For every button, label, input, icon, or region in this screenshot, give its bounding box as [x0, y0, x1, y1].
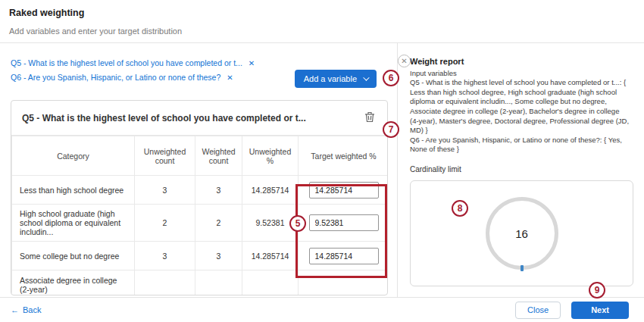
target-weighted-input[interactable]	[309, 182, 379, 199]
trash-icon	[364, 111, 375, 123]
variable-chip-label[interactable]: Q5 - What is the highest level of school…	[11, 58, 242, 67]
table-row: High school graduate (high school diplom…	[12, 205, 389, 242]
main-area: Q5 - What is the highest level of school…	[0, 43, 644, 297]
input-variables-label: Input variables	[410, 69, 633, 77]
add-variable-label: Add a variable	[304, 74, 357, 83]
variable-chip: Q5 - What is the highest level of school…	[11, 58, 385, 67]
back-arrow-icon: ←	[11, 305, 19, 314]
chevron-down-icon	[363, 74, 369, 80]
variable-chip-label[interactable]: Q6 - Are you Spanish, Hispanic, or Latin…	[11, 73, 220, 82]
table-header-row: CategoryUnweighted countWeighted countUn…	[12, 136, 389, 176]
weighted-count-cell	[195, 270, 242, 296]
table-card-title: Q5 - What is the highest level of school…	[22, 113, 306, 123]
weighting-panel: Q5 - What is the highest level of school…	[0, 43, 397, 297]
weight-report-title: Weight report	[410, 57, 633, 66]
close-icon[interactable]: ✕	[398, 55, 411, 67]
cardinality-card: 16	[410, 180, 633, 286]
weight-report-panel: Weight report Input variables Q5 - What …	[397, 43, 644, 297]
remove-variable-icon[interactable]: ✕	[227, 73, 233, 82]
table-row: Less than high school degree3314.285714	[12, 176, 389, 205]
table-body: Less than high school degree3314.285714H…	[12, 176, 389, 296]
delete-variable-button[interactable]	[363, 110, 377, 127]
remove-variable-icon[interactable]: ✕	[249, 59, 255, 67]
next-button[interactable]: Next	[571, 302, 629, 319]
unweighted-count-cell: 3	[135, 242, 195, 270]
cardinality-gauge: 16	[486, 197, 558, 270]
column-header: Target weighted %	[299, 136, 389, 176]
target-weighted-input[interactable]	[309, 214, 379, 231]
footer-bar: ← Back Close Next	[0, 297, 644, 322]
page-header: Raked weighting Add variables and enter …	[0, 0, 644, 43]
unweighted-pct-cell: 14.285714	[242, 242, 299, 270]
q5-description: Q5 - What is the highest level of school…	[410, 78, 630, 136]
footer-buttons: Close Next	[515, 302, 629, 319]
table-row: Some college but no degree3314.285714	[12, 242, 389, 270]
target-weighted-input[interactable]	[309, 248, 379, 264]
target-weighted-cell	[299, 205, 389, 242]
back-label: Back	[23, 305, 41, 314]
unweighted-count-cell: 3	[135, 176, 195, 205]
column-header: Category	[12, 136, 135, 176]
target-weighted-cell	[299, 270, 389, 296]
distribution-table: CategoryUnweighted countWeighted countUn…	[11, 136, 388, 295]
target-weighted-cell	[299, 242, 389, 270]
cardinality-value: 16	[515, 227, 528, 240]
column-header: Unweighted %	[242, 136, 299, 176]
gauge-tick	[521, 265, 524, 271]
page-title: Raked weighting	[9, 8, 632, 18]
table-card-header: Q5 - What is the highest level of school…	[11, 101, 387, 136]
table-row: Associate degree in college (2-year)	[12, 270, 389, 296]
page-subtitle: Add variables and enter your target dist…	[9, 27, 632, 36]
add-variable-button[interactable]: Add a variable	[295, 70, 377, 88]
weighted-count-cell: 3	[195, 242, 242, 270]
column-header: Weighted count	[195, 136, 242, 176]
unweighted-pct-cell: 9.52381	[242, 205, 299, 242]
variable-table-card: Q5 - What is the highest level of school…	[11, 100, 388, 295]
unweighted-pct-cell	[242, 270, 299, 296]
category-cell: Associate degree in college (2-year)	[12, 270, 135, 296]
weighted-count-cell: 2	[195, 205, 242, 242]
category-cell: Some college but no degree	[12, 242, 135, 270]
category-cell: Less than high school degree	[12, 176, 135, 205]
target-weighted-cell	[299, 176, 389, 205]
q6-description: Q6 - Are you Spanish, Hispanic, or Latin…	[410, 136, 630, 155]
close-button[interactable]: Close	[515, 302, 561, 319]
unweighted-count-cell	[135, 270, 195, 296]
category-cell: High school graduate (high school diplom…	[12, 205, 135, 242]
unweighted-pct-cell: 14.285714	[242, 176, 299, 205]
back-link[interactable]: ← Back	[11, 305, 41, 314]
weighted-count-cell: 3	[195, 176, 242, 205]
unweighted-count-cell: 2	[135, 205, 195, 242]
column-header: Unweighted count	[135, 136, 195, 176]
cardinality-limit-label: Cardinality limit	[410, 165, 633, 174]
